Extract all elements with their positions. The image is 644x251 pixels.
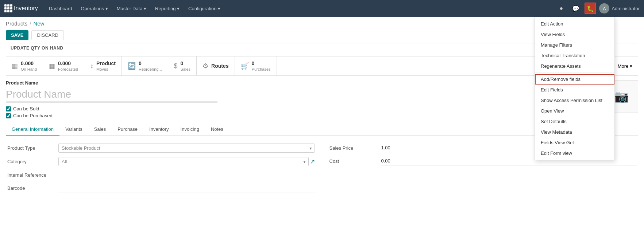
internal-reference-field: Internal Reference	[7, 168, 315, 181]
tab-general-information[interactable]: General Information	[6, 123, 59, 136]
stat-forecasted[interactable]: ▦ 0.000 Forecasted	[43, 56, 84, 75]
camera-icon: 📷	[614, 90, 629, 103]
nav-master-data[interactable]: Master Data ▾	[113, 4, 150, 13]
tab-sales[interactable]: Sales	[88, 123, 112, 136]
top-menu: Dashboard Operations ▾ Master Data ▾ Rep…	[45, 4, 556, 13]
internal-reference-input[interactable]	[58, 170, 315, 179]
can-be-purchased-label: Can be Purchased	[13, 113, 53, 118]
dropdown-edit-action[interactable]: Edit Action	[535, 19, 614, 29]
routes-icon: ⚙	[203, 62, 208, 70]
barcode-input[interactable]	[58, 184, 315, 192]
stat-sales[interactable]: $ 0 Sales	[168, 56, 197, 75]
sales-price-label: Sales Price	[329, 145, 377, 151]
dropdown-open-view[interactable]: Open View	[535, 106, 614, 116]
dropdown-set-defaults[interactable]: Set Defaults	[535, 116, 614, 127]
top-navigation: Inventory Dashboard Operations ▾ Master …	[0, 0, 644, 17]
discard-button[interactable]: DISCARD	[31, 30, 64, 40]
sales-icon: $	[174, 62, 178, 70]
bug-icon: 🐛	[587, 5, 594, 12]
user-name: Administrator	[612, 6, 640, 11]
barcode-label: Barcode	[7, 185, 55, 191]
forecasted-value: 0.000	[58, 60, 78, 67]
reordering-icon: 🔄	[128, 62, 136, 70]
debug-icon-button[interactable]: 🐛	[585, 3, 596, 14]
category-select[interactable]: All	[58, 157, 309, 166]
sales-label: Sales	[181, 67, 191, 72]
routes-value: Routes	[211, 63, 228, 69]
barcode-field: Barcode	[7, 181, 315, 195]
user-avatar: A	[599, 3, 609, 13]
dropdown-view-metadata[interactable]: View Metadata	[535, 127, 614, 137]
question-icon: ●	[560, 5, 563, 12]
nav-operations[interactable]: Operations ▾	[77, 4, 111, 13]
dropdown-manage-filters[interactable]: Manage Filters	[535, 40, 614, 50]
dropdown-divider	[535, 72, 614, 73]
tab-invoicing[interactable]: Invoicing	[175, 123, 205, 136]
product-type-label: Product Type	[7, 145, 55, 151]
stat-reordering[interactable]: 🔄 0 Reordering...	[122, 56, 168, 75]
forecasted-icon: ▦	[49, 62, 55, 70]
dropdown-show-access-permission[interactable]: Show Access Permission List	[535, 95, 614, 106]
category-field: Category All ▼ ↗	[7, 155, 315, 168]
app-title: Inventory	[14, 5, 38, 12]
purchases-label: Purchases	[252, 67, 271, 72]
tab-variants[interactable]: Variants	[59, 123, 88, 136]
dropdown-fields-view-get[interactable]: Fields View Get	[535, 137, 614, 148]
internal-reference-label: Internal Reference	[7, 172, 55, 178]
app-logo[interactable]: Inventory	[14, 5, 38, 12]
stat-purchases[interactable]: 🛒 0 Purchases	[235, 56, 277, 75]
on-hand-icon: ▦	[12, 62, 18, 70]
product-type-select[interactable]: Stockable Product Consumable Service	[58, 144, 315, 153]
reordering-value: 0	[139, 60, 162, 67]
can-be-sold-label: Can be Sold	[13, 106, 39, 111]
on-hand-label: On Hand	[21, 67, 37, 72]
user-menu[interactable]: A Administrator	[599, 3, 640, 13]
product-moves-label: Moves	[96, 67, 116, 72]
stat-product-moves[interactable]: ↕ Product Moves	[84, 56, 122, 75]
product-moves-icon: ↕	[90, 62, 93, 70]
cost-label: Cost	[329, 158, 377, 164]
sales-value: 0	[181, 60, 191, 67]
help-icon-button[interactable]: ●	[555, 3, 567, 14]
dropdown-view-fields[interactable]: View Fields	[535, 29, 614, 40]
breadcrumb-current: New	[33, 20, 44, 27]
topnav-right-icons: ● 💬 🐛 A Administrator	[555, 3, 640, 14]
chat-icon: 💬	[572, 5, 579, 12]
nav-dashboard[interactable]: Dashboard	[45, 4, 76, 13]
breadcrumb-separator: /	[30, 20, 31, 27]
purchases-icon: 🛒	[241, 62, 249, 70]
nav-configuration[interactable]: Configuration ▾	[185, 4, 224, 13]
product-moves-value: Product	[96, 60, 116, 67]
reordering-label: Reordering...	[139, 67, 162, 72]
nav-reporting[interactable]: Reporting ▾	[151, 4, 183, 13]
breadcrumb-parent[interactable]: Products	[6, 20, 27, 27]
category-label: Category	[7, 159, 55, 164]
tab-inventory[interactable]: Inventory	[143, 123, 174, 136]
stat-on-hand[interactable]: ▦ 0.000 On Hand	[6, 56, 43, 75]
apps-grid-icon[interactable]	[4, 4, 12, 12]
on-hand-value: 0.000	[21, 60, 37, 67]
more-label: More ▾	[618, 63, 632, 69]
product-name-input[interactable]	[6, 87, 217, 102]
tab-notes[interactable]: Notes	[205, 123, 229, 136]
purchases-value: 0	[252, 60, 271, 67]
stat-routes[interactable]: ⚙ Routes	[197, 56, 235, 75]
product-type-field: Product Type Stockable Product Consumabl…	[7, 141, 315, 155]
dropdown-add-remove-fields[interactable]: Add/Remove fields	[535, 74, 614, 85]
dropdown-regenerate-assets[interactable]: Regenerate Assets	[535, 61, 614, 71]
main-content: Products / New SAVE DISCARD UPDATE QTY O…	[0, 17, 644, 251]
tab-purchase[interactable]: Purchase	[112, 123, 143, 136]
dropdown-edit-fields[interactable]: Edit Fields	[535, 85, 614, 95]
forecasted-label: Forecasted	[58, 67, 78, 72]
save-button[interactable]: SAVE	[6, 30, 28, 40]
debug-dropdown-menu: Edit Action View Fields Manage Filters T…	[535, 17, 615, 160]
dropdown-edit-form-view[interactable]: Edit Form view	[535, 148, 614, 158]
dropdown-technical-translation[interactable]: Technical Translation	[535, 50, 614, 61]
chat-icon-button[interactable]: 💬	[570, 3, 582, 14]
category-external-link-icon[interactable]: ↗	[310, 158, 315, 165]
stat-more[interactable]: More ▾	[612, 56, 638, 75]
